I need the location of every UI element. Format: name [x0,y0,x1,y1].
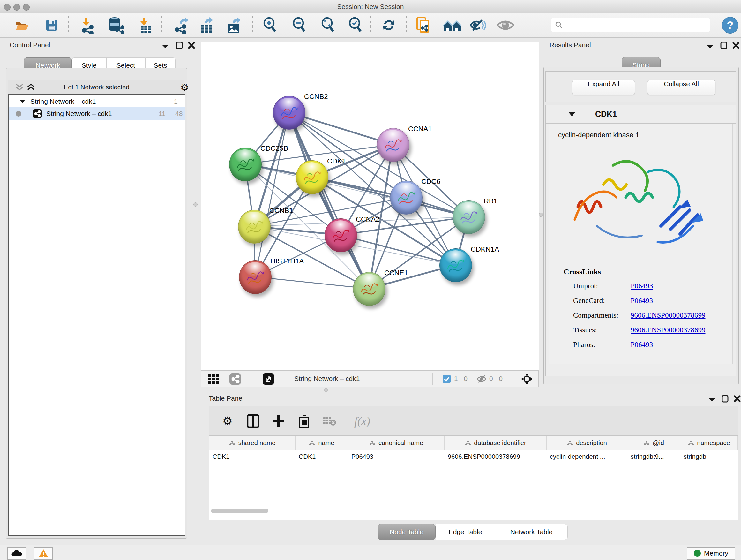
column-header-shared-name[interactable]: shared name [209,436,295,450]
network-node-ccna2[interactable] [325,219,357,252]
zoom-fit-icon[interactable] [319,17,337,34]
column-header-name[interactable]: name [295,436,348,450]
network-view-title: String Network – cdk1 [294,375,360,382]
table-cell[interactable]: cyclin-dependent ... [547,450,627,463]
selected-checkbox-icon[interactable] [443,375,451,384]
panel-float-icon[interactable] [176,41,183,50]
delete-table-icon[interactable] [322,414,337,428]
tab-node-table[interactable]: Node Table [378,524,435,540]
table-cell[interactable]: P06493 [348,450,445,463]
automation-cloud-button[interactable] [7,547,26,560]
panel-close-icon[interactable] [188,42,195,49]
home-icon[interactable] [443,17,461,34]
show-hide-graphics-icon[interactable] [469,17,487,34]
table-columns-icon[interactable] [246,414,260,428]
open-in-window-icon[interactable] [263,373,274,386]
crosslink-link[interactable]: P06493 [630,297,653,305]
column-label: name [318,439,334,447]
import-network-icon[interactable] [78,17,96,34]
network-label: String Network – cdk1 [46,110,112,118]
import-database-icon[interactable] [107,17,125,34]
birds-eye-view-icon[interactable] [208,374,219,385]
refresh-icon[interactable] [380,17,398,34]
network-edge[interactable] [255,277,369,289]
function-builder-icon[interactable]: f(x) [348,414,377,428]
protein-ribbon-thumbnail [395,187,417,210]
crosslink-link[interactable]: P06493 [630,341,653,349]
table-cell[interactable]: CDK1 [209,450,295,463]
column-header-namespace[interactable]: namespace [680,436,738,450]
table-cell[interactable]: stringdb [680,450,738,463]
panel-menu-icon[interactable] [161,44,170,49]
network-edge[interactable] [340,235,455,265]
zoom-in-icon[interactable] [261,17,279,34]
memory-button[interactable]: Memory [687,547,735,560]
export-table-icon[interactable] [198,17,216,34]
network-node-cdc6[interactable] [390,181,422,214]
search-box[interactable] [551,17,711,32]
network-row-selected[interactable]: String Network – cdk1 11 48 [9,107,185,120]
crosslink-link[interactable]: P06493 [630,282,653,290]
network-node-ccna1[interactable] [377,128,409,162]
tab-edge-table[interactable]: Edge Table [435,524,495,540]
main-toolbar: ? [0,13,741,38]
node-table[interactable]: shared name name canonical name database… [209,435,738,520]
panel-close-icon[interactable] [732,42,740,49]
network-node-cdk1[interactable] [296,160,328,194]
network-collection-row[interactable]: String Network – cdk1 1 [9,95,185,108]
export-network-icon[interactable] [172,17,190,34]
warnings-button[interactable] [34,547,53,560]
panel-close-icon[interactable] [733,395,741,402]
table-cell[interactable]: 9606.ENSP00000378699 [445,450,547,463]
crosslink-link[interactable]: 9606.ENSP00000378699 [630,326,705,334]
table-cell[interactable]: stringdb:9... [627,450,680,463]
network-node-cdkn1a[interactable] [440,248,472,282]
expand-all-button[interactable]: Expand All [572,80,635,95]
export-image-icon[interactable] [225,17,243,34]
network-node-ccnb2[interactable] [273,96,306,130]
eye-icon[interactable] [496,17,515,34]
collapse-all-button[interactable]: Collapse All [647,80,716,95]
tab-network-table[interactable]: Network Table [495,524,568,540]
left-splitter-handle[interactable] [193,202,198,206]
panel-float-icon[interactable] [721,395,729,403]
column-header-description[interactable]: description [547,436,627,450]
bottom-splitter-handle[interactable] [324,388,328,392]
tree-expander-icon[interactable] [19,99,26,104]
panel-menu-icon[interactable] [706,44,714,49]
help-button[interactable]: ? [722,17,738,34]
search-input[interactable] [565,21,704,29]
horizontal-scrollbar[interactable] [211,509,268,513]
save-session-icon[interactable] [43,17,61,34]
crosslink-link[interactable]: 9606.ENSP00000378699 [630,311,705,320]
network-node-rb1[interactable] [453,200,485,234]
panel-float-icon[interactable] [720,41,728,50]
network-node-ccne1[interactable] [353,272,386,306]
network-edge[interactable] [255,112,289,277]
network-view-canvas[interactable]: CCNB2 CCNA1 CDC25B CDK1 CDC6 RB1 [201,42,539,370]
node-entry-header[interactable]: CDK1 [546,105,736,124]
fit-content-crosshair-icon[interactable] [521,373,533,387]
string-view-icon[interactable] [229,373,241,386]
copy-share-document-icon[interactable] [415,17,433,34]
toolbar-separator [285,373,285,385]
column-header--id[interactable]: @id [627,436,680,450]
gear-icon[interactable]: ⚙ [180,82,189,93]
panel-menu-icon[interactable] [708,397,716,402]
zoom-selected-icon[interactable] [347,17,364,34]
import-table-icon[interactable] [136,17,154,34]
add-column-icon[interactable] [271,414,286,428]
network-node-hist1h1a[interactable] [239,260,272,294]
network-node-ccnb1[interactable] [238,210,271,244]
right-splitter-handle[interactable] [539,212,543,217]
table-cell[interactable]: CDK1 [295,450,348,463]
entry-expander-icon[interactable] [568,112,576,117]
results-button-row: Expand All Collapse All [545,71,736,103]
network-node-cdc25b[interactable] [229,147,262,181]
zoom-out-icon[interactable] [290,17,308,34]
table-gear-icon[interactable]: ⚙ [220,414,235,428]
column-header-canonical-name[interactable]: canonical name [348,436,445,450]
open-file-icon[interactable] [13,17,31,34]
delete-column-icon[interactable] [297,414,312,428]
column-header-database-identifier[interactable]: database identifier [445,436,547,450]
